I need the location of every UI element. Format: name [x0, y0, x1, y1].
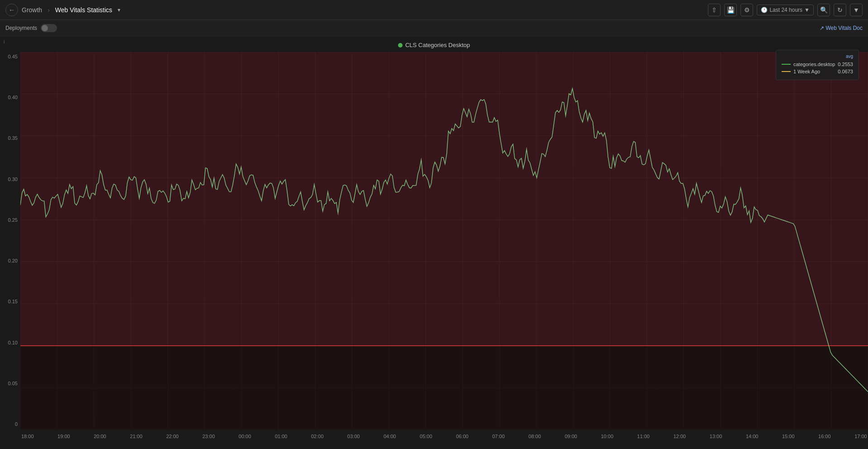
x-label-0600: 06:00 — [456, 434, 469, 439]
y-label-015: 0.15 — [4, 299, 18, 304]
legend-item-1: categories.desktop 0.2553 — [782, 62, 853, 67]
y-label-030: 0.30 — [4, 177, 18, 182]
save-icon: 💾 — [727, 6, 735, 14]
breadcrumb: Growth — [22, 6, 42, 14]
y-label-040: 0.40 — [4, 95, 18, 100]
more-options-button[interactable]: ▼ — [850, 4, 863, 16]
legend-value-2: 0.0673 — [838, 69, 853, 74]
topbar-right: ⇧ 💾 ⚙ 🕐 Last 24 hours ▼ 🔍 ↻ ▼ — [708, 4, 863, 16]
info-icon[interactable]: i — [4, 39, 5, 44]
x-label-1700: 17:00 — [854, 434, 867, 439]
subbar-right: ↗ Web Vitals Doc — [820, 25, 863, 31]
x-label-1900: 19:00 — [57, 434, 70, 439]
back-button[interactable]: ← — [5, 4, 18, 16]
legend-item-2: 1 Week Ago 0.0673 — [782, 69, 853, 74]
web-vitals-link-text: Web Vitals Doc — [825, 25, 863, 31]
refresh-button[interactable]: ↻ — [834, 4, 846, 16]
x-label-0200: 02:00 — [311, 434, 324, 439]
chart-container: CLS Categories Desktop 0.45 0.40 0.35 0.… — [0, 36, 868, 449]
x-label-0300: 03:00 — [347, 434, 360, 439]
chart-title-row: CLS Categories Desktop — [0, 40, 868, 52]
title-dropdown-icon[interactable]: ▾ — [118, 7, 120, 13]
subbar-left: Deployments — [5, 24, 57, 32]
deployments-toggle[interactable] — [41, 24, 57, 32]
chart-title: CLS Categories Desktop — [398, 42, 470, 48]
x-axis: 18:00 19:00 20:00 21:00 22:00 23:00 00:0… — [20, 430, 868, 443]
save-button[interactable]: 💾 — [724, 4, 737, 16]
toggle-thumb — [42, 25, 48, 31]
y-label-005: 0.05 — [4, 381, 18, 386]
x-label-0400: 04:00 — [384, 434, 396, 439]
legend-avg: avg — [782, 54, 853, 59]
breadcrumb-separator: › — [47, 6, 50, 14]
x-label-1000: 10:00 — [601, 434, 614, 439]
cls-dot — [398, 43, 403, 48]
legend-line-1 — [782, 64, 791, 65]
share-icon: ⇧ — [711, 6, 717, 14]
x-label-1200: 12:00 — [674, 434, 686, 439]
chevron-down-icon: ▼ — [853, 6, 859, 14]
x-label-2300: 23:00 — [202, 434, 215, 439]
chart-body: 0.45 0.40 0.35 0.30 0.25 0.20 0.15 0.10 … — [0, 52, 868, 443]
y-label-035: 0.35 — [4, 135, 18, 141]
x-label-1600: 16:00 — [818, 434, 831, 439]
deployments-label: Deployments — [5, 25, 37, 31]
x-label-2200: 22:00 — [166, 434, 179, 439]
x-label-1800: 18:00 — [21, 434, 34, 439]
page-title: Web Vitals Statistics — [55, 6, 112, 14]
x-label-0100: 01:00 — [275, 434, 288, 439]
y-label-025: 0.25 — [4, 217, 18, 223]
gear-icon: ⚙ — [744, 6, 750, 14]
x-label-1300: 13:00 — [710, 434, 722, 439]
topbar-left: ← Growth › Web Vitals Statistics ▾ — [5, 4, 120, 16]
legend: avg categories.desktop 0.2553 1 Week Ago… — [776, 50, 859, 80]
legend-label-2: 1 Week Ago — [793, 69, 835, 74]
chart-main[interactable]: 18:00 19:00 20:00 21:00 22:00 23:00 00:0… — [20, 52, 868, 443]
search-icon: 🔍 — [820, 6, 828, 14]
time-range-label: Last 24 hours — [769, 7, 802, 13]
legend-value-1: 0.2553 — [838, 62, 853, 67]
web-vitals-link[interactable]: ↗ Web Vitals Doc — [820, 25, 863, 31]
time-range-button[interactable]: 🕐 Last 24 hours ▼ — [757, 5, 814, 15]
clock-icon: 🕐 — [761, 7, 768, 13]
refresh-icon: ↻ — [837, 6, 843, 14]
x-label-0500: 05:00 — [420, 434, 432, 439]
y-label-020: 0.20 — [4, 258, 18, 263]
topbar: ← Growth › Web Vitals Statistics ▾ ⇧ 💾 ⚙… — [0, 0, 868, 20]
legend-label-1: categories.desktop — [793, 62, 835, 67]
x-label-2000: 20:00 — [94, 434, 106, 439]
external-link-icon: ↗ — [820, 25, 824, 31]
x-label-0000: 00:00 — [239, 434, 251, 439]
x-label-0900: 09:00 — [564, 434, 577, 439]
chart-title-text: CLS Categories Desktop — [405, 42, 470, 48]
y-label-000: 0 — [4, 421, 18, 427]
time-range-caret: ▼ — [804, 7, 810, 13]
x-label-0700: 07:00 — [492, 434, 505, 439]
x-label-1500: 15:00 — [782, 434, 795, 439]
y-axis: 0.45 0.40 0.35 0.30 0.25 0.20 0.15 0.10 … — [0, 52, 20, 443]
settings-button[interactable]: ⚙ — [740, 4, 753, 16]
y-label-045: 0.45 — [4, 54, 18, 59]
x-label-1400: 14:00 — [746, 434, 759, 439]
x-label-0800: 08:00 — [528, 434, 541, 439]
x-label-1100: 11:00 — [637, 434, 650, 439]
legend-line-2 — [782, 71, 791, 72]
search-button[interactable]: 🔍 — [817, 4, 830, 16]
chart-canvas[interactable] — [20, 52, 868, 430]
y-label-010: 0.10 — [4, 340, 18, 345]
subbar: Deployments ↗ Web Vitals Doc — [0, 20, 868, 36]
x-label-2100: 21:00 — [130, 434, 142, 439]
share-button[interactable]: ⇧ — [708, 4, 721, 16]
